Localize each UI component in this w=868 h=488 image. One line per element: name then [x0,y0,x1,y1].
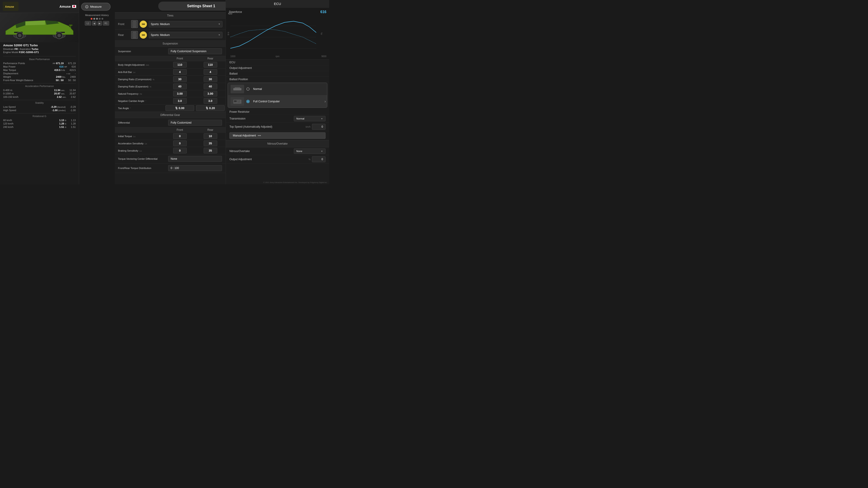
max-torque-row: Max Torque 419.5 ft-lb 419.5 [0,68,79,72]
body-height-rear-cell[interactable]: 110 [195,61,225,68]
ballast-fcc-option[interactable]: Full Control Computer › [228,95,327,107]
displacement-row: Displacement - cc - [0,72,79,75]
damping-exp-label: Damping Ratio (Expansion) [118,85,149,88]
suspension-col-headers: Front Rear [115,56,225,61]
l1-label: L1 [85,21,91,26]
neg-camber-unit: ° [145,100,146,102]
natural-freq-rear-cell[interactable]: 3.00 [195,90,225,97]
nitrous-dropdown-arrow: ▼ [321,150,323,153]
history-dot-4[interactable] [99,18,101,20]
damping-exp-front-cell[interactable]: 40 [164,83,195,90]
center-panel: Tires Front SM Sports: Medium ▼ Rear SM … [115,12,225,184]
anti-roll-unit: Lv. [133,71,135,73]
tire-front-select[interactable]: Sports: Medium ▼ [149,21,222,27]
a400-row: 0-400 m 11.94 sec. 11.94 [0,88,79,92]
car-info: Amuse S2000 GT1 Turbo Drivetrain FR / As… [0,42,79,55]
toe-angle-rear-value: ⇅ 0.20 [196,105,225,111]
anti-roll-front-cell[interactable]: 4 [164,68,195,75]
anti-roll-rear-cell[interactable]: 4 [195,68,225,75]
transmission-select[interactable]: Normal ▼ [294,116,326,121]
suspension-type-select[interactable]: Fully Customized Suspension [168,48,222,54]
braking-sensitivity-unit: Lv. [140,150,142,152]
neg-camber-label: Negative Camber Angle [118,100,144,102]
chart-rpm-2: 9000 [321,55,327,58]
right-panel: ECU Downforce 616 420 ft-lb hp 1000 rpm … [225,0,329,184]
ecu-title: ECU [226,0,329,8]
top-speed-input[interactable]: 0 [312,124,326,130]
neg-camber-rear-cell[interactable]: 3.0 [195,97,225,104]
chart-hp-label: hp [320,32,323,35]
torque-vectoring-label: Torque-Vectoring Center Differential [115,157,164,161]
a100150-row: 100-150 km/h 2.62 sec. 2.62 [0,95,79,98]
body-height-front-cell[interactable]: 110 [164,61,195,68]
manual-adj-button[interactable]: Manual Adjustment ••• [229,132,326,139]
torque-vectoring-select[interactable]: None [168,156,222,162]
car-silhouette [0,13,79,42]
svg-rect-10 [70,26,71,28]
tire-rear-select[interactable]: Sports: Medium ▼ [149,32,222,38]
manual-adj-dots: ••• [258,134,261,137]
ballast-normal-option[interactable]: Normal [228,83,327,95]
divider-2 [3,83,76,84]
front-rear-dist-select[interactable]: 0 : 100 [168,165,222,171]
natural-freq-label: Natural Frequency [118,92,138,95]
braking-sensitivity-front-cell[interactable]: 0 [164,147,195,154]
chart-rpm-1: 1000 [230,55,235,58]
natural-freq-front-cell[interactable]: 3.00 [164,90,195,97]
diff-col-headers: Front Rear [115,127,225,133]
natural-freq-rear-value: 3.00 [204,91,217,96]
history-dot-3[interactable] [96,18,98,20]
neg-camber-front-cell[interactable]: 3.0 [164,97,195,104]
accel-sensitivity-rear-value: 35 [204,140,217,146]
tire-rear-dropdown-arrow: ▼ [218,34,220,36]
damping-exp-rear-cell[interactable]: 40 [195,83,225,90]
anti-roll-front-value: 4 [173,69,187,75]
nitrous-select[interactable]: None ▼ [294,149,326,154]
history-dot-5[interactable] [101,18,103,20]
ballast-row: Ballast [226,71,329,76]
dropdown-chevron-right: › [324,99,326,103]
diff-section-header: Differential Gear [115,112,225,118]
anti-roll-rear-value: 4 [204,69,217,75]
toe-angle-rear-cell[interactable]: ⇅ 0.20 [195,105,225,111]
damping-comp-rear-cell[interactable]: 30 [195,76,225,83]
damping-comp-label: Damping Ratio (Compression) [118,78,151,80]
tire-rear-icon [131,31,138,39]
history-dot-1[interactable] [91,18,92,20]
weight-row: Weight 2469 lbs. 2469 [0,75,79,78]
svg-rect-19 [235,87,240,88]
natural-freq-unit: Hz [140,93,142,95]
ballast-fcc-radio [246,100,250,103]
ballast-fcc-svg [233,99,242,104]
initial-torque-row: Initial Torque Lv. 0 10 [115,133,225,140]
neg-camber-row: Negative Camber Angle ° 3.0 3.0 [115,97,225,105]
accel-title: Acceleration Performance [0,85,79,88]
accel-sensitivity-front-cell[interactable]: 0 [164,140,195,147]
damping-comp-front-cell[interactable]: 30 [164,76,195,83]
measure-button[interactable]: ▲ Measure [81,3,111,11]
initial-torque-rear-cell[interactable]: 10 [195,133,225,140]
svg-rect-24 [237,102,240,102]
nitrous-row: Nitrous/Overtake None ▼ [226,147,329,155]
damping-comp-rear-value: 30 [204,76,217,82]
toe-angle-front-cell[interactable]: ⇅ 0.00 [164,105,195,111]
tire-rear-label: Rear [118,33,129,37]
susp-front-col-header: Front [164,56,195,61]
body-height-front-value: 110 [173,62,187,68]
braking-sensitivity-rear-cell[interactable]: 35 [195,147,225,154]
output-adj2-input[interactable]: 0 [312,156,326,162]
measure-label: Measure [90,5,102,8]
chart-rpm-label: rpm [276,55,279,58]
toe-angle-front-value: ⇅ 0.00 [165,105,194,111]
next-arrow[interactable]: ▶ [97,21,102,26]
diff-type-select[interactable]: Fully Customized [168,120,222,126]
body-height-row: Body Height Adjustment mm 110 110 [115,61,225,68]
toe-angle-row: Toe Angle ° ⇅ 0.00 ⇅ 0.20 [115,105,225,112]
copyright: © 2021 Sony Interactive Entertainment In… [264,182,327,184]
torque-vectoring-row: Torque-Vectoring Center Differential Non… [115,154,225,164]
accel-sensitivity-rear-cell[interactable]: 35 [195,140,225,147]
prev-arrow[interactable]: ◀ [92,21,96,26]
history-dot-2[interactable] [93,18,95,20]
low-speed-row: Low Speed -0.29 (Neutral) -0.29 [0,105,79,108]
initial-torque-front-cell[interactable]: 0 [164,133,195,140]
